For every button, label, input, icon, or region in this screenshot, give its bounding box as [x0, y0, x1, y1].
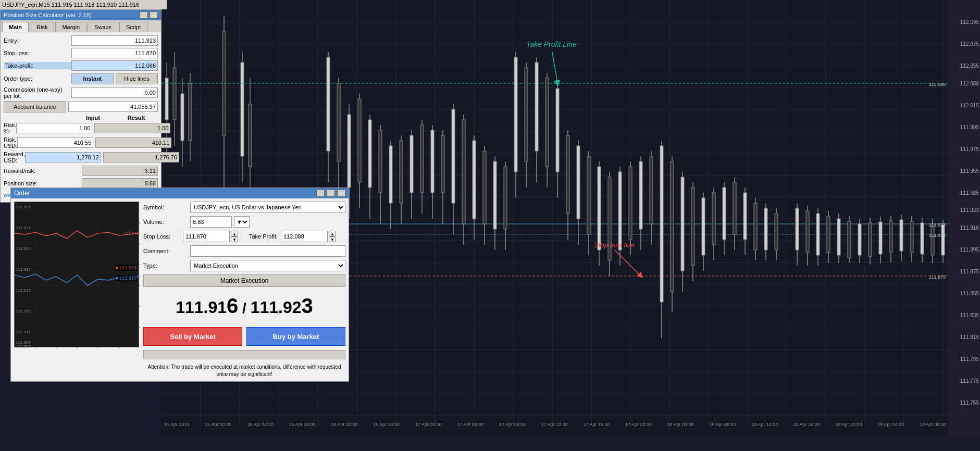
sell-by-market-button[interactable]: Sell by Market — [143, 327, 242, 346]
svg-rect-126 — [681, 177, 684, 271]
tab-main[interactable]: Main — [2, 22, 29, 32]
symbol-select[interactable]: USDJPY_ecn, US Dollar vs Japanese Yen — [190, 202, 345, 213]
svg-text:111.916: 111.916 — [928, 233, 946, 238]
type-select[interactable]: Market Execution — [190, 260, 345, 271]
svg-rect-172 — [931, 224, 934, 255]
tab-swaps[interactable]: Swaps — [88, 22, 118, 32]
hide-lines-btn[interactable]: Hide lines — [116, 73, 158, 84]
window-controls: _ □ × — [316, 190, 345, 197]
stop-loss-label: Stop-loss: — [4, 50, 71, 56]
attention-text: Attention! The trade will be executed at… — [143, 364, 345, 378]
order-type-row: Order type: Instant Hide lines — [4, 73, 158, 84]
reward-usd-input[interactable] — [25, 152, 101, 162]
reward-usd-result — [103, 152, 179, 162]
entry-input[interactable] — [71, 35, 158, 46]
risk-pct-input[interactable] — [16, 123, 92, 133]
psc-minimize[interactable]: _ — [140, 11, 148, 19]
stop-loss-row: Stop-loss: — [4, 48, 158, 58]
svg-rect-154 — [837, 219, 840, 255]
account-balance-row: Account balance — [4, 101, 158, 112]
take-profit-input[interactable] — [71, 60, 158, 71]
svg-rect-70 — [389, 146, 392, 203]
svg-text:111.875: 111.875 — [928, 274, 946, 280]
price-level-current: 111.916 — [960, 224, 979, 230]
column-headers: Input Result — [4, 115, 158, 121]
svg-rect-156 — [848, 221, 851, 258]
tab-script[interactable]: Script — [119, 22, 147, 32]
svg-rect-90 — [493, 161, 497, 229]
tab-margin[interactable]: Margin — [55, 22, 86, 32]
symbol-row: Symbol: USDJPY_ecn, US Dollar vs Japanes… — [143, 202, 345, 213]
reward-usd-label: Reward, USD: — [4, 151, 25, 164]
account-balance-input[interactable] — [68, 102, 158, 112]
svg-text:111.911: 111.911 — [16, 330, 31, 334]
volume-dropdown[interactable]: ▼ — [234, 216, 250, 228]
stop-loss-input[interactable] — [71, 48, 158, 58]
price-axis: 112.095 112.075 112.055 112.088 112.015 … — [949, 0, 980, 437]
psc-close[interactable]: × — [150, 11, 158, 19]
risk-usd-row: Risk, USD: — [4, 136, 158, 149]
type-label: Type: — [143, 262, 190, 269]
type-row: Type: Market Execution — [143, 260, 345, 271]
instant-btn[interactable]: Instant — [71, 73, 114, 84]
tp-label: Take Profit: — [241, 233, 278, 240]
position-size-row: Position size: — [4, 178, 158, 189]
tab-risk[interactable]: Risk — [30, 22, 54, 32]
psc-titlebar: Position Size Calculator (ver. 2.18) _ × — [1, 10, 161, 20]
svg-rect-118 — [639, 161, 642, 229]
svg-text:111.923: 111.923 — [123, 231, 139, 235]
sl-up[interactable]: ▲ — [231, 231, 238, 236]
svg-rect-64 — [358, 99, 361, 182]
svg-rect-80 — [441, 135, 444, 193]
svg-rect-46 — [189, 83, 192, 141]
price-level: 111.835 — [960, 312, 979, 318]
svg-rect-114 — [618, 172, 622, 250]
svg-rect-40 — [165, 78, 168, 120]
buy-by-market-button[interactable]: Buy by Market — [246, 327, 345, 346]
position-size-label: Position size: — [4, 180, 71, 186]
svg-rect-100 — [545, 78, 549, 167]
tp-input[interactable] — [281, 231, 328, 242]
order-maximize[interactable]: □ — [327, 190, 335, 197]
volume-label: Volume: — [143, 219, 190, 225]
order-titlebar: Order _ □ × — [11, 188, 349, 198]
sl-down[interactable]: ▼ — [231, 236, 238, 242]
price-level: 112.095 — [960, 19, 979, 25]
account-balance-btn[interactable]: Account balance — [4, 101, 66, 112]
order-close[interactable]: × — [337, 190, 345, 197]
svg-rect-50 — [241, 62, 244, 156]
tp-down[interactable]: ▼ — [329, 236, 336, 242]
svg-rect-104 — [566, 135, 569, 214]
svg-rect-86 — [473, 141, 476, 219]
symbol-label: Symbol: — [143, 204, 190, 210]
svg-rect-128 — [691, 187, 694, 266]
svg-rect-150 — [816, 214, 820, 255]
action-buttons: Sell by Market Buy by Market — [143, 327, 345, 346]
comment-input[interactable] — [190, 245, 345, 257]
svg-rect-146 — [796, 208, 799, 250]
volume-input[interactable] — [190, 216, 232, 228]
market-execution-label: Market Execution — [143, 274, 345, 287]
svg-rect-74 — [410, 135, 413, 193]
svg-text:111.907: 111.907 — [16, 344, 31, 348]
price-level: 112.088 — [960, 80, 979, 86]
commission-input[interactable] — [71, 87, 158, 98]
svg-rect-158 — [858, 224, 861, 255]
svg-rect-98 — [535, 62, 538, 151]
svg-rect-78 — [431, 130, 434, 193]
risk-usd-input[interactable] — [17, 137, 93, 148]
sl-input[interactable] — [183, 231, 230, 242]
svg-rect-132 — [712, 193, 715, 245]
order-window: Order _ □ × — [10, 187, 349, 382]
order-right-panel: Symbol: USDJPY_ecn, US Dollar vs Japanes… — [143, 202, 345, 378]
tp-up[interactable]: ▲ — [329, 231, 336, 236]
volume-row: Volume: ▼ — [143, 216, 345, 228]
svg-rect-170 — [921, 223, 924, 254]
volume-controls: ▼ — [190, 216, 250, 228]
svg-rect-42 — [173, 68, 176, 120]
svg-rect-66 — [368, 120, 371, 187]
svg-text:Stop-loss line: Stop-loss line — [594, 241, 635, 249]
order-minimize[interactable]: _ — [316, 190, 325, 197]
svg-rect-166 — [900, 220, 903, 251]
commission-label: Commission (one-way) per lot: — [4, 86, 71, 99]
